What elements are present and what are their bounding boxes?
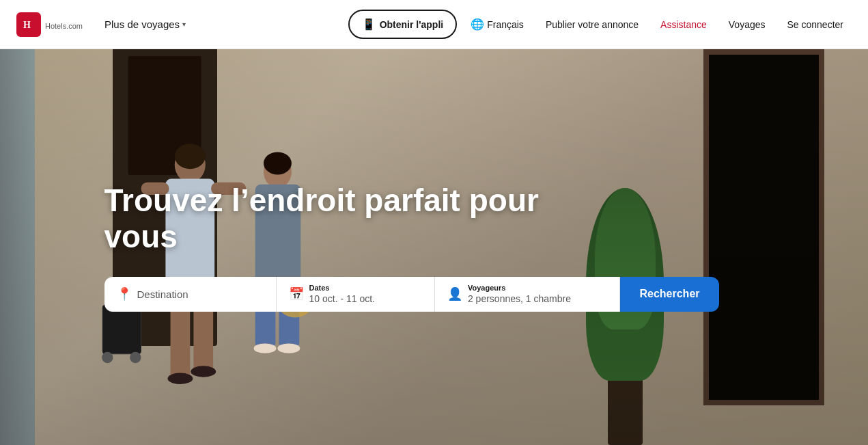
logo-text: Hotels.com: [45, 16, 83, 32]
hero-content: Trouvez l’endroit parfait pour vous 📍 De…: [0, 49, 868, 445]
trips-label: Voyages: [729, 19, 766, 30]
get-app-label: Obtenir l'appli: [380, 19, 444, 30]
search-button[interactable]: Rechercher: [620, 277, 718, 312]
language-label: Français: [487, 19, 524, 30]
logo-icon: H: [16, 12, 41, 37]
hero-section: Trouvez l’endroit parfait pour vous 📍 De…: [0, 49, 868, 445]
nav-voyages[interactable]: Plus de voyages ▾: [96, 13, 194, 36]
search-bar: 📍 Destination 📅 Dates 10 oct. - 11 oct. …: [104, 277, 719, 312]
phone-icon: 📱: [362, 18, 376, 31]
dates-value: 10 oct. - 11 oct.: [309, 293, 376, 305]
main-header: H Hotels.com Plus de voyages ▾ 📱 Obtenir…: [0, 0, 868, 49]
travelers-field[interactable]: 👤 Voyageurs 2 personnes, 1 chambre: [435, 277, 621, 312]
travelers-value: 2 personnes, 1 chambre: [468, 293, 571, 305]
chevron-down-icon: ▾: [182, 21, 186, 28]
person-icon: 👤: [447, 286, 462, 301]
nav-assistance[interactable]: Assistance: [652, 14, 715, 36]
svg-text:H: H: [23, 20, 31, 30]
signin-label: Se connecter: [787, 19, 844, 30]
travelers-label: Voyageurs: [468, 284, 571, 293]
dates-field[interactable]: 📅 Dates 10 oct. - 11 oct.: [276, 277, 435, 312]
nav-language[interactable]: 🌐 Français: [462, 12, 532, 36]
destination-placeholder: Destination: [137, 288, 188, 301]
main-nav: Plus de voyages ▾: [96, 13, 348, 36]
nav-voyages-label: Plus de voyages: [104, 18, 180, 30]
publish-label: Publier votre annonce: [546, 19, 639, 30]
dates-label: Dates: [309, 284, 376, 293]
hero-title: Trouvez l’endroit parfait pour vous: [104, 183, 569, 255]
nav-right: 📱 Obtenir l'appli 🌐 Français Publier vot…: [348, 10, 852, 39]
nav-trips[interactable]: Voyages: [720, 14, 774, 36]
nav-signin[interactable]: Se connecter: [779, 14, 852, 36]
search-button-label: Rechercher: [639, 288, 699, 299]
get-app-button[interactable]: 📱 Obtenir l'appli: [348, 10, 458, 39]
logo[interactable]: H Hotels.com: [16, 12, 83, 37]
assistance-label: Assistance: [660, 19, 707, 30]
nav-publish[interactable]: Publier votre annonce: [537, 14, 647, 36]
destination-field[interactable]: 📍 Destination: [104, 277, 276, 312]
calendar-icon: 📅: [289, 286, 304, 301]
globe-icon: 🌐: [471, 18, 484, 31]
location-icon: 📍: [117, 286, 132, 301]
